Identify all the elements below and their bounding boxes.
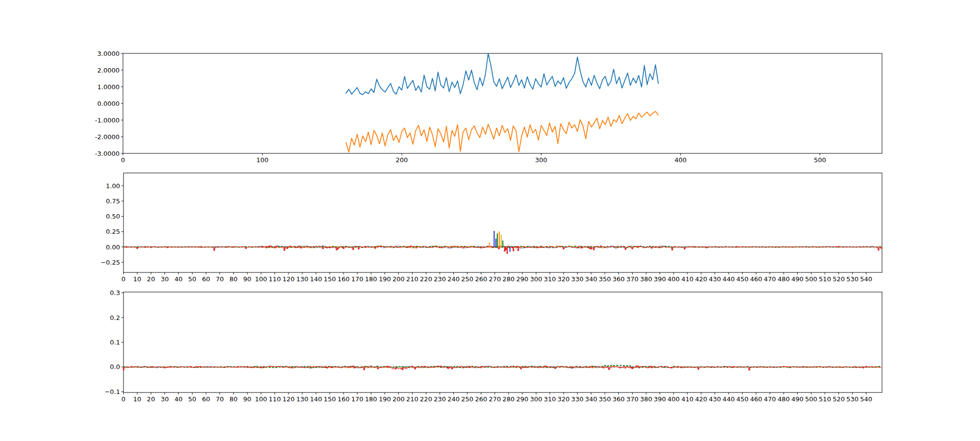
x-tick-label: 380 [640,275,652,283]
x-tick-label: 100 [255,275,267,283]
x-tick-label: 350 [599,395,611,403]
x-tick-label: 460 [750,275,762,283]
stem-dot [706,246,708,248]
spike-dot [506,252,508,254]
x-tick-label: 530 [846,275,858,283]
x-tick-label: 0 [122,395,125,403]
y-tick-label: 1.0000 [98,83,120,91]
stem-dot [537,246,539,248]
y-tick-label: 0.3 [110,289,120,296]
x-tick-label: 430 [709,275,721,283]
x-tick-label: 0 [122,275,125,283]
x-tick-label: 310 [544,275,556,283]
x-tick-label: 430 [709,395,721,403]
x-tick-label: 410 [681,275,693,283]
x-tick-label: 470 [764,395,776,403]
x-tick-label: 470 [764,275,776,283]
bottom-chart: 0102030405060708090100110120130140150160… [104,289,882,403]
stem-dot [352,248,354,250]
stem-dot [881,247,882,249]
x-tick-label: 60 [202,275,210,283]
x-tick-label: 40 [174,275,183,283]
x-tick-label: 480 [778,275,790,283]
x-tick-label: 320 [558,275,570,283]
middle-spines [123,173,882,272]
y-tick-label: 0.2 [110,314,120,321]
x-tick-label: 530 [846,395,858,403]
x-tick-label: 90 [243,275,251,283]
stem-dot [284,249,286,251]
x-tick-label: 440 [723,395,735,403]
x-tick-label: 140 [310,275,322,283]
x-tick-label: 20 [147,395,155,403]
stem-dot [167,246,169,248]
x-tick-label: 300 [530,275,542,283]
x-tick-label: 510 [819,395,831,403]
x-tick-label: 280 [503,275,515,283]
stem-dot [670,367,672,368]
x-tick-label: 60 [202,395,210,403]
x-tick-label: 30 [161,275,169,283]
top-upper-blue-line [346,53,658,95]
x-tick-label: 30 [161,395,169,403]
stem-dot [632,247,634,249]
stem-dot [671,249,673,251]
x-tick-label: 120 [282,395,294,403]
bottom-y-axis: 0.30.20.10.0−0.1 [104,289,123,395]
x-tick-label: 290 [516,395,529,403]
y-tick-label: 0.1 [110,339,120,346]
stem-dot [563,247,564,249]
x-tick-label: 110 [269,395,281,403]
stem-dot [593,248,595,250]
top-lower-orange-line [346,111,658,152]
spike-dot [517,249,519,251]
middle-x-axis: 0102030405060708090100110120130140150160… [122,272,872,283]
x-tick-label: 80 [229,275,238,283]
x-tick-label: 500 [814,156,826,164]
bottom-x-axis: 0102030405060708090100110120130140150160… [122,392,872,403]
x-tick-label: 180 [365,395,377,403]
x-tick-label: 350 [599,275,611,283]
x-tick-label: 440 [723,275,735,283]
stem-dot [632,368,634,369]
y-tick-label: 3.0000 [98,50,120,57]
stem-dot [878,249,880,251]
y-tick-label: 2.0000 [98,67,120,74]
x-tick-label: 250 [461,395,473,403]
x-tick-label: 130 [296,275,308,283]
x-tick-label: 370 [626,395,638,403]
x-tick-label: 190 [379,395,391,403]
x-tick-label: 510 [819,275,831,283]
x-tick-label: 70 [216,395,224,403]
x-tick-label: 340 [585,275,597,283]
x-tick-label: 300 [535,156,547,164]
x-tick-label: 300 [530,395,542,403]
stem-dot [414,368,416,370]
x-tick-label: 420 [695,275,707,283]
x-tick-label: 220 [420,275,432,283]
x-tick-label: 360 [612,395,625,403]
x-tick-label: 490 [791,275,804,283]
x-tick-label: 490 [791,395,804,403]
x-tick-label: 400 [667,395,680,403]
top-spines [123,53,882,153]
middle-chart: 0102030405060708090100110120130140150160… [100,173,882,283]
stem-dot [136,247,138,249]
x-tick-label: 200 [396,156,408,164]
x-tick-label: 340 [585,395,597,403]
x-tick-label: 390 [654,275,666,283]
stem-dot [213,249,215,251]
x-tick-label: 520 [833,275,845,283]
x-tick-label: 250 [461,275,473,283]
stem-dot [608,368,610,370]
y-tick-label: 0.00 [106,244,120,251]
x-tick-label: 220 [420,395,432,403]
stem-dot [402,368,404,370]
x-tick-label: 380 [640,395,652,403]
x-tick-label: 330 [571,275,584,283]
x-tick-label: 360 [612,275,625,283]
x-tick-label: 450 [736,275,749,283]
stem-dot [862,367,864,368]
stem-dot [363,368,365,370]
stem-dot [439,246,441,248]
